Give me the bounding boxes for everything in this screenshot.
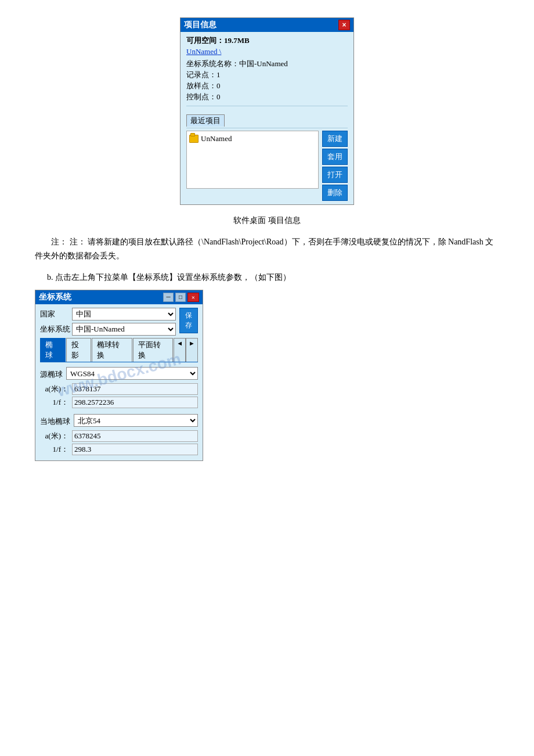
tab-prev-button[interactable]: ◄ (174, 338, 186, 362)
source-ellipsoid-select[interactable]: WGS84 (66, 367, 198, 380)
source-a-row: a(米)： (40, 383, 198, 395)
coord-tabs: 椭球 投影 椭球转换 平面转换 ◄ ► (40, 338, 198, 362)
local-a-label: a(米)： (40, 431, 72, 441)
coord-system-row: 坐标系统 中国-UnNamed (40, 323, 176, 336)
country-row: 国家 中国 (40, 308, 176, 321)
record-count: 记录点：1 (186, 70, 348, 80)
control-count: 控制点：0 (186, 92, 348, 102)
side-buttons: 新建 套用 打开 删除 (322, 131, 348, 201)
coord-system-dialog-wrapper: www.bdocx.com 坐标系统 ─ □ × 国家 (35, 290, 203, 461)
available-space: 可用空间：19.7MB (186, 35, 348, 46)
sub-label: b. 点击左上角下拉菜单【坐标系统】设置坐标系统参数，（如下图） (35, 272, 499, 283)
coord-body: 国家 中国 坐标系统 中国-UnNamed 保存 (35, 304, 203, 460)
local-a-row: a(米)： (40, 430, 198, 442)
tab-ellipsoid[interactable]: 椭球 (40, 338, 66, 362)
coord-system-dialog: www.bdocx.com 坐标系统 ─ □ × 国家 (35, 290, 203, 461)
sample-count: 放样点：0 (186, 81, 348, 91)
local-ellipsoid-label: 当地椭球 (40, 416, 70, 427)
country-fields: 国家 中国 坐标系统 中国-UnNamed (40, 308, 176, 338)
coord-system-select[interactable]: 中国-UnNamed (72, 323, 176, 336)
source-ellipsoid-label: 源椭球 (40, 369, 63, 380)
source-a-input[interactable] (72, 383, 198, 395)
dialog-titlebar: 项目信息 × (181, 18, 353, 32)
project-name[interactable]: UnNamed \ (186, 47, 348, 56)
note-label: 注： (51, 237, 67, 246)
tab-next-button[interactable]: ► (186, 338, 198, 362)
divider (186, 106, 348, 106)
recent-tab: 最近项目 (186, 114, 348, 128)
note-paragraph: 注： 注： 请将新建的项目放在默认路径（\NandFlash\Project\R… (35, 235, 499, 263)
coord-system-name: 坐标系统名称：中国-UnNamed (186, 59, 348, 69)
minimize-button[interactable]: ─ (163, 293, 174, 302)
dialog-title: 项目信息 (184, 20, 217, 30)
source-ellipsoid-row: 源椭球 WGS84 (40, 366, 198, 381)
apply-button[interactable]: 套用 (322, 149, 348, 165)
local-f-row: 1/f： (40, 444, 198, 455)
new-button[interactable]: 新建 (322, 131, 348, 147)
source-f-row: 1/f： (40, 397, 198, 408)
note-content: 注： 请将新建的项目放在默认路径（\NandFlash\Project\Road… (35, 237, 493, 260)
save-button[interactable]: 保存 (179, 308, 198, 333)
source-f-input[interactable] (72, 397, 198, 408)
tab-projection[interactable]: 投影 (66, 338, 92, 362)
tab-ellipsoid-transform[interactable]: 椭球转换 (92, 338, 132, 362)
project-info-dialog: 项目信息 × 可用空间：19.7MB UnNamed \ 坐标系统名称：中国-U… (180, 17, 354, 205)
available-space-value: 19.7MB (224, 36, 250, 45)
coord-dialog-title: 坐标系统 (39, 292, 71, 303)
maximize-button[interactable]: □ (175, 293, 186, 302)
country-select[interactable]: 中国 (72, 308, 176, 321)
recent-section: 最近项目 UnNamed 新建 套用 打开 删除 (181, 114, 353, 204)
open-button[interactable]: 打开 (322, 167, 348, 183)
country-save-row: 国家 中国 坐标系统 中国-UnNamed 保存 (40, 308, 198, 338)
local-ellipsoid-select[interactable]: 北京54 (74, 414, 198, 427)
folder-icon (189, 135, 199, 143)
local-f-input[interactable] (72, 444, 198, 455)
caption1: 软件桌面 项目信息 (35, 215, 499, 226)
coord-close-button[interactable]: × (187, 293, 199, 302)
delete-button[interactable]: 删除 (322, 185, 348, 201)
dialog-body: 可用空间：19.7MB UnNamed \ 坐标系统名称：中国-UnNamed … (181, 32, 353, 114)
save-btn-label: 保存 (185, 311, 192, 330)
list-item[interactable]: UnNamed (189, 134, 316, 144)
source-f-label: 1/f： (40, 397, 72, 408)
recent-list[interactable]: UnNamed (186, 131, 319, 189)
local-f-label: 1/f： (40, 444, 72, 455)
available-space-label: 可用空间： (186, 36, 224, 45)
close-button[interactable]: × (338, 20, 350, 30)
source-a-label: a(米)： (40, 384, 72, 394)
coord-system-label: 坐标系统 (40, 324, 72, 334)
country-label: 国家 (40, 309, 72, 319)
recent-list-row: UnNamed 新建 套用 打开 删除 (186, 131, 348, 201)
tab-plane-transform[interactable]: 平面转换 (133, 338, 173, 362)
recent-item-label: UnNamed (201, 134, 232, 143)
coord-titlebar: 坐标系统 ─ □ × (35, 290, 203, 304)
dialog-box: 项目信息 × 可用空间：19.7MB UnNamed \ 坐标系统名称：中国-U… (180, 17, 354, 205)
local-ellipsoid-row: 当地椭球 北京54 (40, 413, 198, 429)
local-a-input[interactable] (72, 430, 198, 442)
titlebar-icons: ─ □ × (163, 293, 199, 302)
